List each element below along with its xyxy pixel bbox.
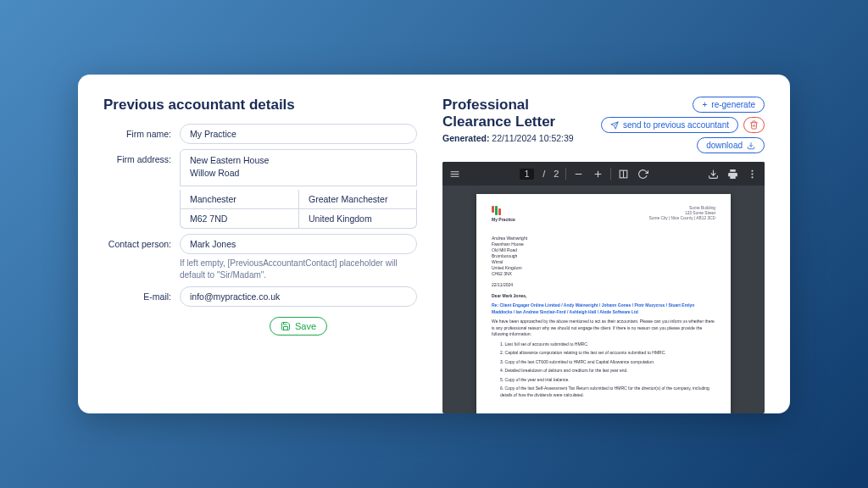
download-icon: [747, 141, 755, 150]
regenerate-button[interactable]: +re-generate: [693, 97, 765, 113]
region-input[interactable]: [298, 190, 417, 209]
more-icon[interactable]: [747, 169, 758, 180]
city-input[interactable]: [180, 190, 298, 209]
email-input[interactable]: [180, 286, 417, 307]
pdf-toolbar: 1 / 2: [442, 162, 765, 186]
doc-date: 22/11/2024: [492, 282, 715, 288]
country-input[interactable]: [298, 209, 417, 229]
download-button[interactable]: download: [697, 137, 765, 153]
save-button[interactable]: Save: [270, 317, 327, 336]
svg-point-9: [751, 176, 753, 178]
email-label: E-mail:: [103, 286, 180, 302]
re-line: Re: Client Engager Online Limited / Andy…: [492, 302, 715, 315]
menu-icon[interactable]: [449, 169, 460, 180]
print-icon[interactable]: [727, 169, 738, 180]
fit-page-icon[interactable]: [618, 169, 629, 180]
save-button-label: Save: [295, 321, 316, 331]
page-sep: /: [542, 169, 545, 179]
contact-label: Contact person:: [103, 234, 180, 249]
recipient-address: Andrea Wainwright Fawnham House Old Mill…: [492, 236, 715, 277]
plus-icon: +: [702, 100, 707, 109]
list-item: 5. Copy of the year end trial balance.: [500, 377, 715, 384]
zoom-out-icon[interactable]: [573, 169, 584, 180]
rotate-icon[interactable]: [637, 169, 648, 180]
svg-point-8: [751, 173, 753, 175]
street-input[interactable]: [180, 149, 417, 186]
list-item: 4. Detailed breakdown of debtors and cre…: [500, 368, 715, 374]
svg-point-7: [751, 169, 753, 171]
toolbar-download-icon[interactable]: [708, 169, 719, 180]
page-current[interactable]: 1: [520, 169, 535, 180]
left-title: Previous accountant details: [103, 97, 417, 114]
trash-icon: [749, 120, 759, 130]
salutation: Dear Mark Jones,: [492, 293, 715, 300]
actions: +re-generate send to previous accountant…: [601, 97, 765, 153]
save-icon: [281, 321, 291, 331]
firm-address-label: Firm address:: [103, 149, 180, 164]
send-icon: [610, 121, 619, 130]
contact-hint: If left empty, [PreviousAccountantContac…: [180, 258, 417, 281]
left-panel: Previous accountant details Firm name: F…: [103, 97, 417, 413]
document-page: My Practice Some Building 123 Some Stree…: [476, 194, 731, 413]
generated-line: Generated: 22/11/2024 10:52:39: [442, 133, 593, 143]
firm-name-input[interactable]: [180, 124, 417, 144]
list-item: 2. Capital allowance computation relatin…: [500, 350, 715, 357]
list-item: 1. Last full set of accounts submitted t…: [500, 341, 715, 348]
intro-para: We have been approached by the above men…: [492, 319, 715, 338]
zoom-in-icon[interactable]: [593, 169, 604, 180]
delete-button[interactable]: [743, 117, 765, 133]
right-panel: Professional Clearance Letter Generated:…: [442, 97, 765, 413]
contact-input[interactable]: [180, 234, 417, 254]
list-item: 6. Copy of the last Self-Assessment Tax …: [500, 385, 715, 398]
right-title: Professional Clearance Letter: [442, 97, 593, 130]
pdf-viewer: 1 / 2: [442, 162, 765, 413]
logo: My Practice: [492, 206, 515, 224]
send-button[interactable]: send to previous accountant: [601, 117, 738, 133]
doc-scroll[interactable]: My Practice Some Building 123 Some Stree…: [442, 186, 765, 413]
sender-address: Some Building 123 Some Street Some City …: [649, 206, 715, 222]
main-card: Previous accountant details Firm name: F…: [78, 75, 790, 413]
firm-name-label: Firm name:: [103, 124, 180, 139]
page-total: 2: [554, 169, 559, 179]
request-list: 1. Last full set of accounts submitted t…: [492, 341, 715, 399]
list-item: 3. Copy of the last CT600 submitted to H…: [500, 359, 715, 366]
postcode-input[interactable]: [180, 209, 298, 229]
